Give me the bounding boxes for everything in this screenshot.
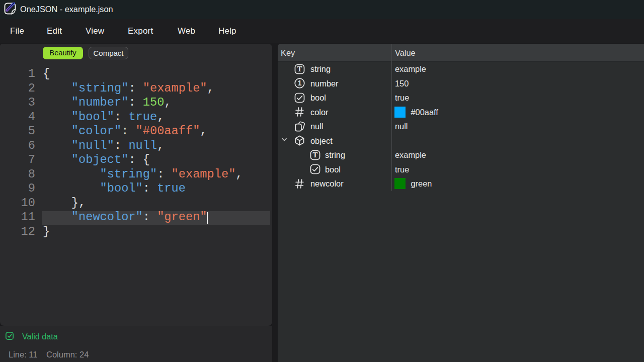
svg-text:1: 1 (298, 79, 302, 87)
svg-text:T: T (313, 151, 318, 159)
svg-text:T: T (297, 65, 302, 73)
